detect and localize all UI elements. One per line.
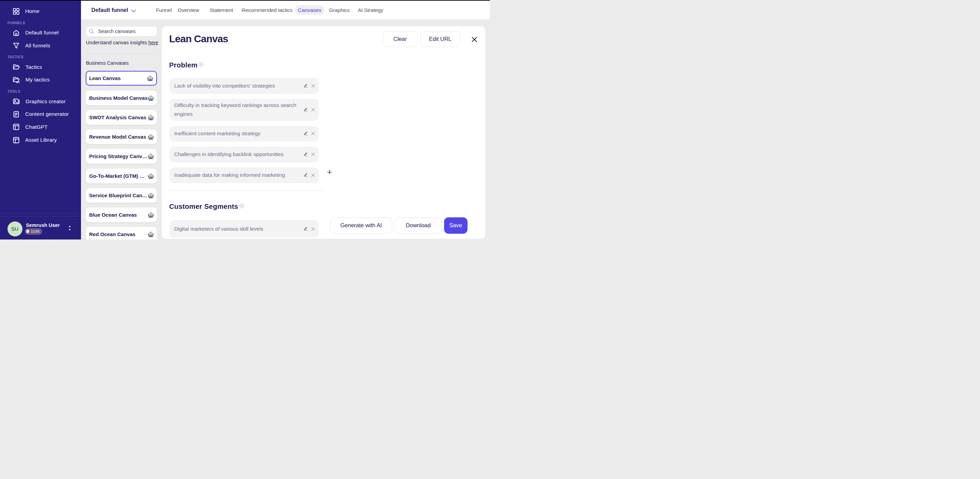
svg-text:MY: MY: [16, 81, 20, 83]
